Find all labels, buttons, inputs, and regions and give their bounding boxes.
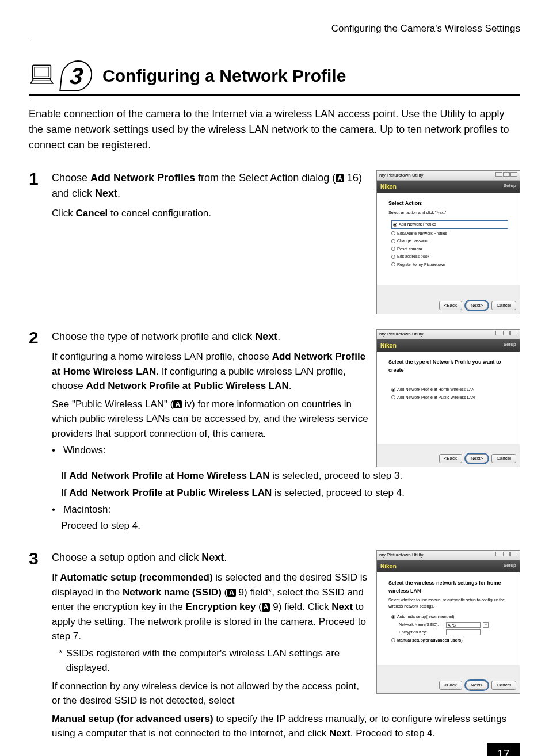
radio-manual-setup[interactable]: Manual setup(for advanced users)	[391, 637, 508, 644]
step-num-2: 2	[29, 329, 52, 535]
label-key: Encryption Key:	[399, 629, 444, 636]
step3-p2-a: If connection by any wireless device is …	[52, 679, 368, 708]
ss3-brand: Nikon	[380, 562, 396, 571]
radio-change-password[interactable]: Change password	[391, 238, 508, 245]
computer-icon	[29, 63, 61, 89]
back-button[interactable]: <Back	[439, 681, 462, 690]
chapter-number: 3	[69, 63, 85, 89]
screenshot-select-action: my Picturetown Utility Nikon Setup Selec…	[376, 170, 520, 314]
step1-line2: Click Cancel to cancel configuration.	[52, 206, 368, 221]
radio-reset-camera[interactable]: Reset camera	[391, 246, 508, 253]
chapter-number-circle: 3	[59, 60, 94, 91]
next-button[interactable]: Next>	[466, 681, 488, 690]
encryption-key-field[interactable]	[446, 629, 481, 635]
step1-title: Choose Add Network Profiles from the Sel…	[52, 170, 368, 201]
page-ref-icon: A	[173, 400, 182, 408]
radio-edit-address[interactable]: Edit address book	[391, 254, 508, 260]
radio-auto-setup[interactable]: Automatic setup(recommended)	[391, 614, 508, 620]
next-button[interactable]: Next>	[466, 454, 488, 463]
ss1-brand: Nikon	[380, 182, 396, 191]
step3-p2-b: Manual setup (for advanced users) to spe…	[52, 712, 520, 741]
ss1-sub: Select an action and click "Next"	[388, 210, 508, 216]
label-ssid: Network Name(SSID):	[399, 622, 444, 628]
svg-rect-1	[35, 67, 49, 77]
chapter-title: Configuring a Network Profile	[102, 66, 346, 86]
ss3-sub: Select whether to use manual or automati…	[388, 597, 508, 609]
next-button[interactable]: Next>	[466, 301, 488, 310]
step2-p2: See "Public Wireless LAN" (A iv) for mor…	[52, 397, 368, 441]
page-ref-icon: A	[227, 589, 236, 597]
page-number: 17	[487, 743, 520, 757]
bullet-windows: •Windows:	[52, 443, 368, 458]
ss3-setup: Setup	[504, 562, 516, 571]
step-num-3: 3	[29, 550, 52, 741]
bullet-mac: •Macintosh:	[52, 502, 520, 517]
radio-register[interactable]: Register to my Picturetown	[391, 262, 508, 268]
cancel-button[interactable]: Cancel	[491, 681, 516, 690]
radio-public-lan[interactable]: Add Network Profile at Public Wireless L…	[391, 395, 508, 401]
window-controls	[495, 172, 517, 179]
ss2-win-title: my Picturetown Utility	[379, 331, 423, 338]
ss1-setup: Setup	[504, 182, 516, 191]
step2-win-l1: If Add Network Profile at Home Wireless …	[61, 468, 520, 483]
step-num-1: 1	[29, 170, 52, 314]
ss3-win-title: my Picturetown Utility	[379, 552, 423, 559]
page-ref-icon: A	[262, 603, 270, 611]
step3-title: Choose a setup option and click Next.	[52, 550, 368, 566]
chapter-rule	[29, 94, 520, 97]
ss1-heading: Select Action:	[388, 200, 508, 208]
window-controls	[495, 552, 517, 559]
back-button[interactable]: <Back	[439, 454, 462, 463]
ss2-brand: Nikon	[380, 341, 396, 350]
back-button[interactable]: <Back	[439, 301, 462, 310]
chevron-down-icon[interactable]: ▾	[483, 622, 489, 628]
step3-footnote: * SSIDs registered with the computer's w…	[59, 646, 368, 675]
cancel-button[interactable]: Cancel	[491, 454, 516, 463]
screenshot-select-type: my Picturetown Utility Nikon Setup Selec…	[376, 329, 520, 467]
step2-p1: If configuring a home wireless LAN profi…	[52, 349, 368, 394]
page-header: Configuring the Camera's Wireless Settin…	[29, 23, 520, 37]
ss2-heading: Select the type of Network Profile you w…	[388, 358, 508, 374]
step2-title: Choose the type of network profile and c…	[52, 329, 368, 345]
page-ref-icon: A	[336, 174, 344, 182]
ssid-field[interactable]: APS	[446, 622, 481, 628]
ss2-setup: Setup	[504, 341, 516, 350]
screenshot-wireless-settings: my Picturetown Utility Nikon Setup Selec…	[376, 550, 520, 694]
radio-home-lan[interactable]: Add Network Profile at Home Wireless LAN	[391, 387, 508, 393]
radio-edit-delete[interactable]: Edit/Delete Network Profiles	[391, 231, 508, 237]
window-controls	[495, 331, 517, 338]
step2-win-l2: If Add Network Profile at Public Wireles…	[61, 486, 520, 501]
ss1-win-title: my Picturetown Utility	[379, 172, 423, 179]
step3-p1: If Automatic setup (recommended) is sele…	[52, 570, 368, 644]
intro-paragraph: Enable connection of the camera to the I…	[29, 106, 520, 153]
radio-add-network-profiles[interactable]: Add Network Profiles	[391, 220, 508, 229]
step2-mac-l1: Proceed to step 4.	[61, 518, 520, 533]
ss3-heading: Select the wireless network settings for…	[388, 579, 508, 595]
cancel-button[interactable]: Cancel	[491, 301, 516, 310]
